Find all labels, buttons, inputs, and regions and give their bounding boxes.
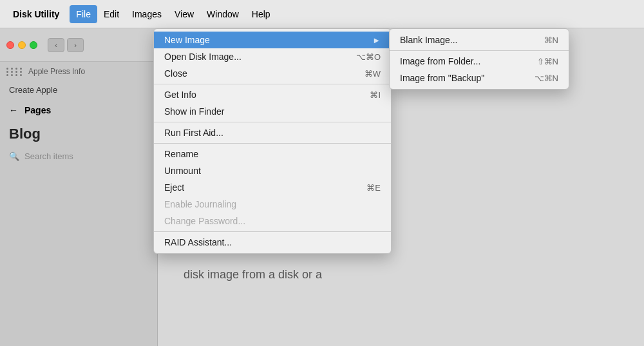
menu-separator-3 bbox=[154, 143, 391, 144]
menu-separator-2 bbox=[154, 122, 391, 122]
menu-item-close[interactable]: Close ⌘W bbox=[154, 65, 391, 82]
fullscreen-button[interactable] bbox=[30, 41, 37, 49]
search-placeholder: Search items bbox=[24, 151, 73, 161]
submenu-separator-1 bbox=[390, 50, 569, 51]
menu-file[interactable]: File bbox=[70, 5, 97, 23]
sidebar-toolbar: ‹ › bbox=[0, 28, 157, 62]
menu-images[interactable]: Images bbox=[126, 5, 168, 23]
sidebar-search-row[interactable]: 🔍 Search items bbox=[0, 146, 157, 166]
back-button[interactable]: ‹ bbox=[48, 38, 64, 52]
grid-icon bbox=[6, 68, 23, 76]
menu-item-run-first-aid[interactable]: Run First Aid... bbox=[154, 124, 391, 141]
menu-item-rename[interactable]: Rename bbox=[154, 146, 391, 162]
menu-item-raid-assistant[interactable]: RAID Assistant... bbox=[154, 234, 391, 251]
menu-item-get-info-label: Get Info bbox=[164, 90, 196, 100]
submenu-image-from-folder-label: Image from Folder... bbox=[400, 56, 480, 66]
menu-separator-4 bbox=[154, 231, 391, 232]
menu-item-open-disk-image-label: Open Disk Image... bbox=[164, 52, 242, 62]
menu-item-close-shortcut: ⌘W bbox=[365, 69, 381, 79]
search-icon: 🔍 bbox=[9, 151, 19, 161]
sidebar-back-label: Pages bbox=[24, 105, 51, 115]
menu-bar-items: File Edit Images View Window Help bbox=[70, 5, 276, 23]
menu-item-get-info-shortcut: ⌘I bbox=[370, 90, 381, 100]
menu-item-eject-shortcut: ⌘E bbox=[366, 183, 381, 193]
forward-button[interactable]: › bbox=[67, 38, 84, 52]
nav-buttons: ‹ › bbox=[48, 38, 84, 52]
back-arrow-icon: ← bbox=[9, 105, 18, 115]
menu-separator-1 bbox=[154, 84, 391, 84]
submenu-item-image-from-backup[interactable]: Image from "Backup" ⌥⌘N bbox=[390, 70, 569, 86]
new-image-submenu: Blank Image... ⌘N Image from Folder... ⇧… bbox=[389, 28, 569, 90]
menu-item-eject[interactable]: Eject ⌘E bbox=[154, 179, 391, 196]
minimize-button[interactable] bbox=[18, 41, 26, 49]
sidebar-back-row[interactable]: ← Pages bbox=[0, 99, 157, 122]
menu-item-new-image-label: New Image bbox=[164, 35, 210, 45]
menu-item-eject-label: Eject bbox=[164, 182, 184, 193]
menu-item-run-first-aid-label: Run First Aid... bbox=[164, 128, 223, 138]
menu-view[interactable]: View bbox=[168, 5, 200, 23]
menu-item-enable-journaling-label: Enable Journaling bbox=[164, 199, 236, 209]
traffic-lights bbox=[6, 41, 37, 49]
sidebar-large-label: Blog bbox=[0, 122, 157, 146]
main-description: disk image from a disk or a bbox=[184, 268, 322, 282]
menu-window[interactable]: Window bbox=[200, 5, 245, 23]
submenu-image-from-folder-shortcut: ⇧⌘N bbox=[537, 57, 558, 66]
sidebar-section-header: Apple Press Info bbox=[0, 62, 157, 81]
menu-item-unmount-label: Unmount bbox=[164, 166, 201, 176]
sidebar-section-label: Apple Press Info bbox=[28, 67, 85, 76]
menu-item-get-info[interactable]: Get Info ⌘I bbox=[154, 86, 391, 103]
submenu-item-blank-image[interactable]: Blank Image... ⌘N bbox=[390, 32, 569, 48]
menu-bar: Disk Utility File Edit Images View Windo… bbox=[0, 0, 644, 28]
sidebar-sub-label: Create Apple bbox=[0, 81, 157, 99]
submenu-item-image-from-folder[interactable]: Image from Folder... ⇧⌘N bbox=[390, 53, 569, 70]
menu-item-new-image[interactable]: New Image ► bbox=[154, 32, 391, 48]
menu-item-unmount[interactable]: Unmount bbox=[154, 162, 391, 179]
submenu-image-from-backup-shortcut: ⌥⌘N bbox=[535, 73, 558, 83]
menu-item-new-image-arrow: ► bbox=[372, 35, 381, 45]
menu-item-change-password: Change Password... bbox=[154, 213, 391, 229]
menu-item-rename-label: Rename bbox=[164, 149, 198, 159]
menu-item-open-disk-image[interactable]: Open Disk Image... ⌥⌘O bbox=[154, 48, 391, 65]
file-menu-dropdown: New Image ► Open Disk Image... ⌥⌘O Close… bbox=[153, 28, 392, 254]
menu-edit[interactable]: Edit bbox=[97, 5, 126, 23]
menu-item-change-password-label: Change Password... bbox=[164, 216, 245, 226]
menu-item-show-in-finder-label: Show in Finder bbox=[164, 106, 224, 117]
submenu-image-from-backup-label: Image from "Backup" bbox=[400, 73, 484, 83]
menu-item-close-label: Close bbox=[164, 68, 187, 79]
menu-help[interactable]: Help bbox=[245, 5, 277, 23]
menu-item-show-in-finder[interactable]: Show in Finder bbox=[154, 103, 391, 120]
app-name: Disk Utility bbox=[13, 9, 59, 19]
close-button[interactable] bbox=[6, 41, 14, 49]
submenu-blank-image-label: Blank Image... bbox=[400, 35, 458, 45]
menu-item-enable-journaling: Enable Journaling bbox=[154, 196, 391, 213]
menu-item-raid-assistant-label: RAID Assistant... bbox=[164, 237, 232, 247]
sidebar: ‹ › Apple Press Info Create Apple ← Page… bbox=[0, 28, 158, 346]
menu-item-open-disk-image-shortcut: ⌥⌘O bbox=[356, 52, 381, 62]
submenu-blank-image-shortcut: ⌘N bbox=[544, 35, 558, 45]
